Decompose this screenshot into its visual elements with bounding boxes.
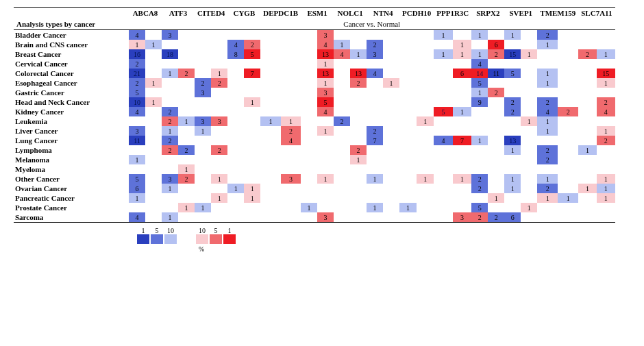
- heatmap-cell: [350, 136, 367, 145]
- heatmap-cell: [195, 97, 211, 107]
- heatmap-cell: [558, 69, 578, 78]
- heatmap-cell: 1: [537, 69, 558, 78]
- heatmap-cell: [260, 164, 280, 174]
- heatmap-cell: [301, 184, 317, 193]
- heatmap-cell: [350, 107, 367, 116]
- heatmap-cell: 3: [317, 88, 334, 97]
- heatmap-cell: [597, 155, 615, 164]
- heatmap-cell: [334, 155, 350, 164]
- heatmap-cell: [317, 164, 334, 174]
- heatmap-cell: [434, 69, 453, 78]
- heatmap-cell: [162, 193, 178, 203]
- row-header: Colorectal Cancer: [14, 69, 129, 78]
- heatmap-cell: [383, 164, 399, 174]
- heatmap-cell: 4: [227, 40, 244, 49]
- heatmap-cell: [317, 155, 334, 164]
- heatmap-cell: 1: [244, 184, 260, 193]
- heatmap-cell: [195, 145, 211, 155]
- heatmap-cell: 5: [244, 49, 260, 59]
- heatmap-cell: [434, 212, 453, 223]
- heatmap-cell: [145, 145, 162, 155]
- heatmap-cell: [537, 203, 558, 212]
- heatmap-cell: [434, 88, 453, 97]
- heatmap-cell: [383, 155, 399, 164]
- heatmap-cell: [521, 193, 537, 203]
- heatmap-cell: 2: [367, 40, 383, 49]
- heatmap-cell: [195, 69, 211, 78]
- heatmap-cell: [195, 30, 211, 40]
- heatmap-cell: [453, 116, 472, 126]
- heatmap-cell: [301, 97, 317, 107]
- heatmap-cell: [129, 164, 145, 174]
- heatmap-cell: 3: [195, 88, 211, 97]
- heatmap-cell: [244, 203, 260, 212]
- heatmap-cell: [367, 155, 383, 164]
- heatmap-cell: 2: [211, 145, 227, 155]
- heatmap-cell: [260, 30, 280, 40]
- row-header: Brain and CNS cancer: [14, 40, 129, 49]
- heatmap-cell: [558, 212, 578, 223]
- heatmap-cell: 11: [129, 136, 145, 145]
- heatmap-cell: [227, 145, 244, 155]
- heatmap-cell: [417, 69, 434, 78]
- heatmap-cell: 1: [244, 193, 260, 203]
- heatmap-cell: [227, 136, 244, 145]
- heatmap-cell: 2: [597, 136, 615, 145]
- heatmap-cell: [227, 78, 244, 88]
- heatmap-cell: 1: [537, 40, 558, 49]
- heatmap-cell: [434, 203, 453, 212]
- col-header: TMEM159: [537, 8, 578, 19]
- heatmap-cell: [417, 88, 434, 97]
- heatmap-cell: 4: [537, 107, 558, 116]
- heatmap-cell: [558, 88, 578, 97]
- heatmap-cell: [195, 49, 211, 59]
- heatmap-cell: [334, 88, 350, 97]
- heatmap-cell: [244, 88, 260, 97]
- heatmap-cell: [244, 164, 260, 174]
- heatmap-cell: [260, 145, 280, 155]
- heatmap-cell: [281, 107, 301, 116]
- heatmap-cell: [471, 193, 488, 203]
- heatmap-cell: [350, 126, 367, 136]
- heatmap-cell: [399, 145, 417, 155]
- heatmap-cell: [383, 174, 399, 184]
- heatmap-cell: [145, 164, 162, 174]
- heatmap-cell: [383, 107, 399, 116]
- heatmap-cell: [504, 155, 521, 164]
- heatmap-cell: [195, 59, 211, 69]
- heatmap-cell: 2: [350, 78, 367, 88]
- row-header: Gastric Cancer: [14, 88, 129, 97]
- heatmap-cell: [399, 126, 417, 136]
- row-header: Prostate Cancer: [14, 203, 129, 212]
- heatmap-cell: [195, 184, 211, 193]
- heatmap-cell: [488, 59, 504, 69]
- heatmap-cell: [227, 88, 244, 97]
- heatmap-cell: [453, 30, 472, 40]
- heatmap-cell: [244, 116, 260, 126]
- heatmap-cell: 2: [488, 212, 504, 223]
- heatmap-cell: [383, 116, 399, 126]
- heatmap-cell: [145, 49, 162, 59]
- heatmap-cell: [399, 88, 417, 97]
- row-header: Bladder Cancer: [14, 30, 129, 40]
- legend: 15101051%: [137, 227, 630, 253]
- heatmap-cell: [145, 203, 162, 212]
- legend-label: 1: [137, 227, 149, 234]
- col-header: CITED4: [195, 8, 227, 19]
- heatmap-cell: 2: [471, 174, 488, 184]
- heatmap-cell: 1: [145, 78, 162, 88]
- heatmap-cell: [350, 212, 367, 223]
- heatmap-cell: [537, 59, 558, 69]
- heatmap-cell: [281, 164, 301, 174]
- heatmap-cell: [211, 40, 227, 49]
- heatmap-cell: [417, 49, 434, 59]
- heatmap-cell: [227, 116, 244, 126]
- heatmap-cell: [211, 136, 227, 145]
- heatmap-cell: [399, 193, 417, 203]
- heatmap-cell: [145, 155, 162, 164]
- heatmap-cell: [178, 30, 195, 40]
- heatmap-cell: 1: [317, 78, 334, 88]
- heatmap-cell: [301, 155, 317, 164]
- heatmap-cell: 4: [317, 107, 334, 116]
- heatmap-cell: [178, 107, 195, 116]
